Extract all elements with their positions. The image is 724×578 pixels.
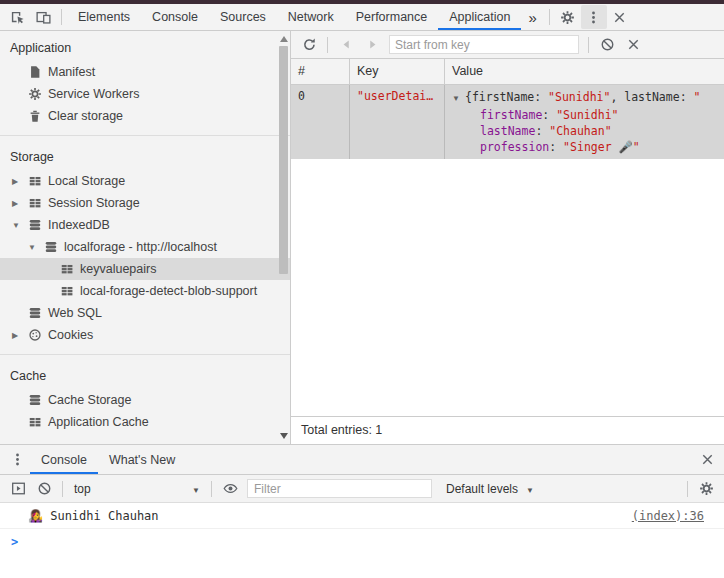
sidebar-item-cookies[interactable]: Cookies — [0, 324, 290, 346]
gear-icon — [28, 87, 42, 101]
previous-page-button[interactable] — [333, 33, 359, 57]
drawer-tab-whats-new[interactable]: What's New — [98, 445, 186, 474]
levels-label: Default levels — [446, 482, 518, 496]
drawer-tab-console[interactable]: Console — [30, 445, 98, 474]
table-icon — [28, 174, 42, 188]
column-header-value[interactable]: Value — [445, 59, 724, 84]
disclosure-triangle-icon[interactable] — [12, 221, 28, 230]
console-source-link[interactable]: (index):36 — [632, 509, 704, 523]
clear-console-button[interactable] — [31, 477, 57, 501]
sidebar-item-localforage-db[interactable]: localforage - http://localhost — [0, 236, 290, 258]
preview-text: , lastName: — [610, 90, 693, 104]
live-expression-button[interactable] — [217, 477, 243, 501]
console-sidebar-toggle-button[interactable] — [5, 477, 31, 501]
next-page-button[interactable] — [359, 33, 385, 57]
console-log-row[interactable]: 👩‍🎤 Sunidhi Chauhan (index):36 — [0, 503, 724, 529]
disclosure-triangle-icon[interactable] — [28, 243, 44, 252]
sidebar-item-indexeddb[interactable]: IndexedDB — [0, 214, 290, 236]
indexeddb-data-panel: # Key Value 0 "userDetai… {firstName: "S… — [291, 31, 724, 444]
toolbar-divider — [211, 481, 212, 497]
object-property-row[interactable]: firstName"Sunidhi" — [452, 107, 724, 123]
scrollbar-up-arrow[interactable] — [280, 36, 288, 42]
disclosure-triangle-icon[interactable] — [12, 331, 28, 340]
console-filter-input[interactable] — [247, 479, 432, 498]
sidebar-item-manifest[interactable]: Manifest — [0, 61, 290, 83]
tab-application[interactable]: Application — [438, 4, 521, 30]
settings-button[interactable] — [555, 5, 581, 29]
disclosure-triangle-icon[interactable] — [12, 177, 28, 186]
datagrid-row-selected[interactable]: 0 "userDetai… {firstName: "Sunidhi", las… — [291, 85, 724, 159]
column-header-key[interactable]: Key — [350, 59, 445, 84]
sidebar-item-label: keyvaluepairs — [80, 262, 156, 276]
sidebar-item-session-storage[interactable]: Session Storage — [0, 192, 290, 214]
device-toolbar-icon — [36, 10, 51, 25]
property-name: profession — [480, 140, 563, 154]
refresh-button[interactable] — [296, 33, 322, 57]
sidebar-item-label: IndexedDB — [48, 218, 110, 232]
sidebar-item-label: Manifest — [48, 65, 95, 79]
device-toolbar-button[interactable] — [30, 5, 56, 29]
sidebar-item-keyvaluepairs[interactable]: keyvaluepairs — [0, 258, 290, 280]
clear-object-store-button[interactable] — [594, 33, 620, 57]
inspect-element-button[interactable] — [4, 5, 30, 29]
close-drawer-button[interactable] — [694, 448, 720, 472]
console-toolbar: top Default levels — [0, 475, 724, 503]
sidebar-item-label: Session Storage — [48, 196, 140, 210]
tab-console[interactable]: Console — [141, 4, 209, 30]
toolbar-divider — [549, 9, 550, 25]
object-preview-line: {firstName: "Sunidhi", lastName: " — [452, 89, 724, 107]
row-key-cell: "userDetai… — [350, 85, 445, 159]
sidebar-section-storage: Storage — [0, 144, 290, 170]
sidebar-divider — [0, 135, 290, 136]
log-levels-select[interactable]: Default levels — [440, 482, 540, 496]
console-input-area[interactable] — [0, 529, 724, 578]
sidebar-item-blob-support[interactable]: local-forage-detect-blob-support — [0, 280, 290, 302]
sidebar-item-label: Local Storage — [48, 174, 125, 188]
console-settings-button[interactable] — [693, 477, 719, 501]
sidebar-item-clear-storage[interactable]: Clear storage — [0, 105, 290, 127]
sidebar-item-label: local-forage-detect-blob-support — [80, 284, 257, 298]
table-icon — [60, 262, 74, 276]
disclosure-triangle-icon[interactable] — [12, 199, 28, 208]
column-header-index[interactable]: # — [291, 59, 350, 84]
gear-icon — [560, 10, 575, 25]
sidebar-item-application-cache[interactable]: Application Cache — [0, 411, 290, 433]
drawer-menu-button[interactable] — [4, 448, 30, 472]
preview-string: "Sunidhi" — [548, 90, 610, 104]
tab-performance[interactable]: Performance — [345, 4, 439, 30]
drawer-tab-bar: Console What's New — [0, 445, 724, 475]
close-devtools-button[interactable] — [607, 5, 633, 29]
scrollbar-down-arrow[interactable] — [280, 433, 288, 439]
tab-elements[interactable]: Elements — [67, 4, 141, 30]
toolbar-divider — [62, 481, 63, 497]
idb-toolbar — [291, 31, 724, 59]
scrollbar-thumb[interactable] — [279, 46, 288, 274]
devtools-menu-button[interactable] — [581, 5, 607, 29]
tab-network[interactable]: Network — [277, 4, 345, 30]
object-property-row[interactable]: lastName"Chauhan" — [452, 123, 724, 139]
panel-toggle-icon — [11, 481, 26, 496]
sidebar-item-label: Cookies — [48, 328, 93, 342]
sidebar-item-local-storage[interactable]: Local Storage — [0, 170, 290, 192]
three-dots-icon — [586, 10, 601, 25]
sidebar-item-cache-storage[interactable]: Cache Storage — [0, 389, 290, 411]
table-icon — [60, 284, 74, 298]
delete-selected-button[interactable] — [620, 33, 646, 57]
sidebar-section-cache: Cache — [0, 363, 290, 389]
object-property-row[interactable]: profession"Singer 🎤" — [452, 139, 724, 155]
console-drawer: Console What's New top Default levels — [0, 444, 724, 578]
start-from-key-input[interactable] — [389, 35, 579, 54]
toolbar-divider — [588, 37, 589, 53]
sidebar-item-web-sql[interactable]: Web SQL — [0, 302, 290, 324]
property-name: lastName — [480, 124, 549, 138]
sidebar-scrollbar[interactable] — [277, 31, 290, 444]
object-disclosure-triangle-icon[interactable] — [452, 91, 465, 107]
tab-sources[interactable]: Sources — [209, 4, 277, 30]
javascript-context-select[interactable]: top — [68, 482, 206, 496]
sidebar-section-application: Application — [0, 35, 290, 61]
sidebar-item-service-workers[interactable]: Service Workers — [0, 83, 290, 105]
more-tabs-icon[interactable] — [521, 9, 543, 26]
sidebar-item-label: Clear storage — [48, 109, 123, 123]
sidebar-item-label: Service Workers — [48, 87, 139, 101]
gear-icon — [699, 481, 714, 496]
